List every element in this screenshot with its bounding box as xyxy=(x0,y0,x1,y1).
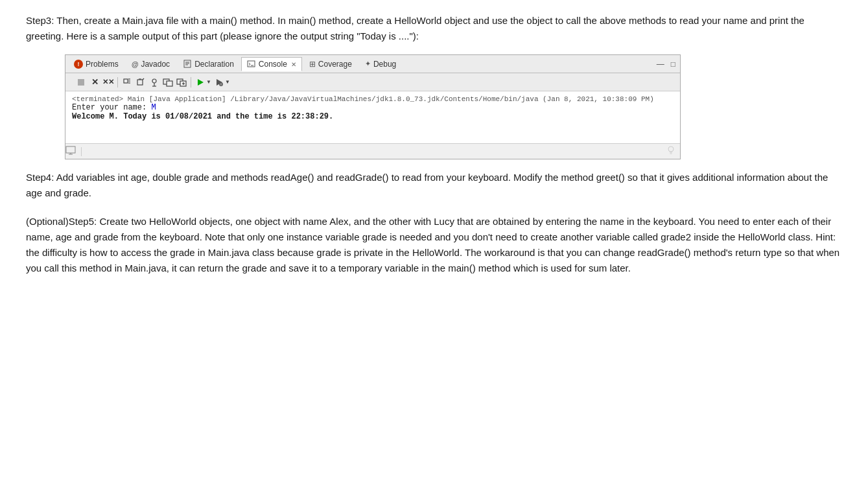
footer-divider xyxy=(81,147,82,156)
new-console-icon[interactable] xyxy=(162,76,174,88)
svg-point-15 xyxy=(152,79,156,83)
new-console2-icon[interactable] xyxy=(176,76,187,88)
enter-name-prompt: Enter your name: xyxy=(72,103,151,112)
tab-debug[interactable]: ✦ Debug xyxy=(359,57,402,71)
tab-debug-label: Debug xyxy=(373,60,396,69)
pin-console-icon[interactable] xyxy=(148,76,160,88)
terminate-icon[interactable]: ✕ xyxy=(89,76,100,88)
tab-console[interactable]: Console ✕ xyxy=(241,57,302,71)
maximize-button[interactable]: □ xyxy=(669,59,677,69)
clear-console-icon[interactable] xyxy=(135,76,147,88)
svg-line-14 xyxy=(143,78,144,80)
debug-dropdown-icon[interactable]: ▼ xyxy=(225,79,230,85)
console-icon xyxy=(247,60,256,69)
console-close-icon[interactable]: ✕ xyxy=(291,61,296,68)
debug-icon: ✦ xyxy=(365,60,371,68)
javadoc-icon: @ xyxy=(132,60,139,68)
tab-declaration[interactable]: Declaration xyxy=(177,57,240,71)
eclipse-panel: ! Problems @ Javadoc Declaration xyxy=(65,54,681,159)
svg-rect-4 xyxy=(248,61,255,67)
toolbar-sep1 xyxy=(117,77,118,87)
svg-rect-28 xyxy=(66,146,75,153)
terminate2-icon[interactable]: ✕✕ xyxy=(102,76,114,88)
stop-icon[interactable] xyxy=(75,76,87,88)
svg-marker-24 xyxy=(198,79,204,86)
coverage-icon: ⊞ xyxy=(309,60,316,69)
footer-screen-icon xyxy=(65,146,76,157)
console-output: <terminated> Main [Java Application] /Li… xyxy=(65,91,680,143)
problems-icon: ! xyxy=(74,60,83,69)
tab-bar: ! Problems @ Javadoc Declaration xyxy=(65,55,680,73)
tab-problems[interactable]: ! Problems xyxy=(68,57,124,71)
run-button-group[interactable]: ▼ xyxy=(194,76,211,88)
declaration-icon xyxy=(183,60,192,69)
lightbulb-icon xyxy=(667,146,675,157)
step3-text: Step3: Then, create a Main.java file wit… xyxy=(26,13,842,44)
step5-text: (Optional)Step5: Create two HelloWorld o… xyxy=(26,214,842,276)
tab-coverage[interactable]: ⊞ Coverage xyxy=(303,57,358,71)
minimize-button[interactable]: — xyxy=(655,59,666,69)
svg-point-31 xyxy=(668,146,674,152)
step4-text: Step4: Add variables int age, double gra… xyxy=(26,170,842,201)
run-icon[interactable] xyxy=(194,76,206,88)
console-input1: M xyxy=(151,103,156,112)
tab-console-label: Console xyxy=(259,60,287,69)
debug-button-group[interactable]: ▼ xyxy=(213,76,230,88)
console-toolbar: ✕ ✕✕ xyxy=(65,73,680,91)
scroll-lock-icon[interactable] xyxy=(121,76,133,88)
tab-javadoc[interactable]: @ Javadoc xyxy=(126,57,176,71)
tab-declaration-label: Declaration xyxy=(194,60,234,69)
console-line1: Enter your name: M xyxy=(72,103,674,112)
svg-rect-7 xyxy=(124,79,128,83)
console-footer xyxy=(65,143,680,159)
svg-rect-6 xyxy=(78,79,84,86)
svg-point-27 xyxy=(220,83,222,86)
run-dropdown-icon[interactable]: ▼ xyxy=(206,79,211,85)
debug-run-icon[interactable] xyxy=(213,76,225,88)
terminated-line: <terminated> Main [Java Application] /Li… xyxy=(72,95,674,103)
tab-problems-label: Problems xyxy=(86,60,119,69)
svg-rect-19 xyxy=(167,81,172,86)
tab-javadoc-label: Javadoc xyxy=(141,60,170,69)
svg-rect-11 xyxy=(137,80,143,85)
console-line2: Welcome M. Today is 01/08/2021 and the t… xyxy=(72,112,674,121)
page-content: Step3: Then, create a Main.java file wit… xyxy=(26,13,842,276)
tab-coverage-label: Coverage xyxy=(318,60,352,69)
toolbar-sep2 xyxy=(191,77,191,87)
window-controls: — □ xyxy=(655,59,677,69)
